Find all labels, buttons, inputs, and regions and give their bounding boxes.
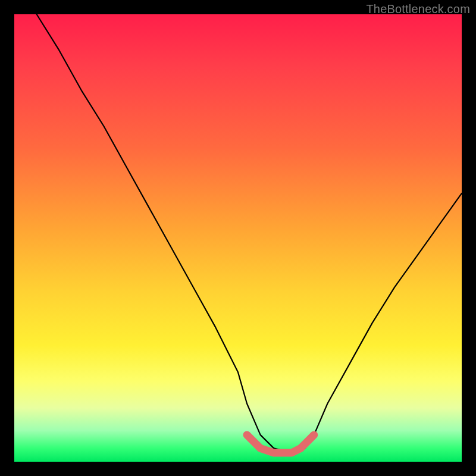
chart-overlay [14, 14, 462, 462]
valley-highlight [247, 435, 314, 453]
chart-frame: TheBottleneck.com [0, 0, 476, 476]
plot-area [14, 14, 462, 462]
watermark-text: TheBottleneck.com [366, 2, 470, 16]
curve-line [37, 14, 462, 453]
